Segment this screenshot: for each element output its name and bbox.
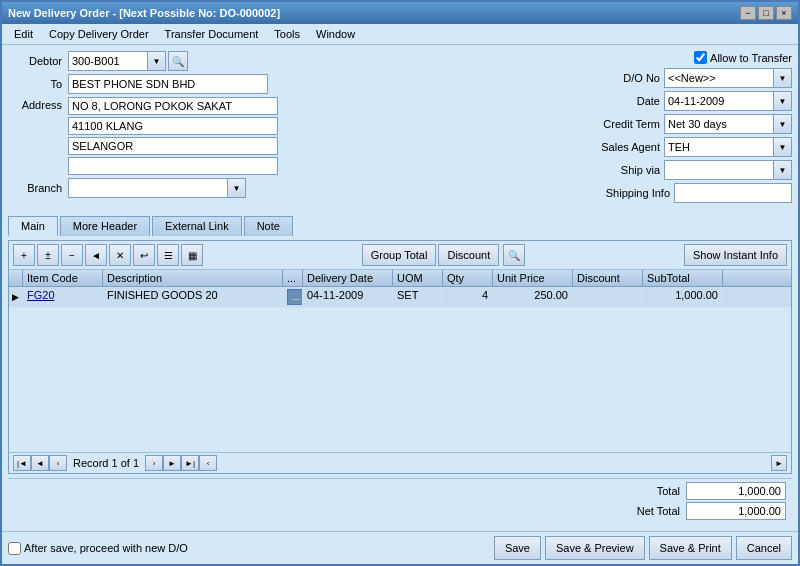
to-label: To	[8, 78, 68, 90]
cancel-button[interactable]: Cancel	[736, 536, 792, 560]
shipping-info-input[interactable]	[674, 183, 792, 203]
row-detail-button[interactable]: ...	[287, 289, 303, 305]
allow-transfer-checkbox[interactable]	[694, 51, 707, 64]
col-unit-price: Unit Price	[493, 270, 573, 286]
nav-bar: |◄ ◄ ‹ Record 1 of 1 › ► ►| ‹ ►	[9, 452, 791, 473]
menu-window[interactable]: Window	[308, 26, 363, 42]
title-bar: New Delivery Order - [Next Possible No: …	[2, 2, 798, 24]
sales-agent-label: Sales Agent	[584, 141, 664, 153]
record-text: Record 1 of 1	[67, 457, 145, 469]
undo-button[interactable]: ↩	[133, 244, 155, 266]
address-label: Address	[8, 97, 68, 111]
net-total-label: Net Total	[616, 505, 686, 517]
nav-first-button[interactable]: |◄	[13, 455, 31, 471]
after-save-checkbox[interactable]	[8, 542, 21, 555]
address-line2[interactable]	[68, 117, 278, 135]
date-label: Date	[584, 95, 664, 107]
branch-input[interactable]	[68, 178, 228, 198]
menu-transfer-document[interactable]: Transfer Document	[157, 26, 267, 42]
row-item-code[interactable]: FG20	[23, 287, 103, 307]
credit-term-input[interactable]	[664, 114, 774, 134]
net-total-value: 1,000.00	[686, 502, 786, 520]
scroll-right-button[interactable]: ►	[771, 455, 787, 471]
debtor-search-button[interactable]: 🔍	[168, 51, 188, 71]
sales-agent-dropdown[interactable]: ▼	[774, 137, 792, 157]
group-total-button[interactable]: Group Total	[362, 244, 437, 266]
row-unit-price[interactable]: 250.00	[493, 287, 573, 307]
row-qty[interactable]: 4	[443, 287, 493, 307]
date-dropdown[interactable]: ▼	[774, 91, 792, 111]
row-subtotal: 1,000.00	[643, 287, 723, 307]
do-no-label: D/O No	[584, 72, 664, 84]
branch-dropdown[interactable]: ▼	[228, 178, 246, 198]
col-subtotal: SubTotal	[643, 270, 723, 286]
grid-header: Item Code Description ... Delivery Date …	[9, 270, 791, 287]
insert-row-button[interactable]: ±	[37, 244, 59, 266]
nav-prev-button[interactable]: ◄	[31, 455, 49, 471]
address-line1[interactable]	[68, 97, 278, 115]
sales-agent-input[interactable]	[664, 137, 774, 157]
close-button[interactable]: ×	[776, 6, 792, 20]
window-title: New Delivery Order - [Next Possible No: …	[8, 7, 280, 19]
do-no-input[interactable]	[664, 68, 774, 88]
row-arrow: ▶	[9, 287, 23, 307]
discount-button[interactable]: Discount	[438, 244, 499, 266]
nav-next2-button[interactable]: ›	[145, 455, 163, 471]
totals-section: Total 1,000.00 Net Total 1,000.00	[8, 478, 792, 525]
save-button[interactable]: Save	[494, 536, 541, 560]
tab-more-header[interactable]: More Header	[60, 216, 150, 236]
menu-bar: Edit Copy Delivery Order Transfer Docume…	[2, 24, 798, 45]
tab-external-link[interactable]: External Link	[152, 216, 242, 236]
total-value: 1,000.00	[686, 482, 786, 500]
total-label: Total	[616, 485, 686, 497]
grid-container: Item Code Description ... Delivery Date …	[9, 270, 791, 452]
clear-button[interactable]: ✕	[109, 244, 131, 266]
date-input[interactable]	[664, 91, 774, 111]
row-uom[interactable]: SET	[393, 287, 443, 307]
nav-prev2-button[interactable]: ‹	[49, 455, 67, 471]
bottom-bar: After save, proceed with new D/O Save Sa…	[2, 531, 798, 564]
row-delivery-date[interactable]: 04-11-2009	[303, 287, 393, 307]
nav-next-button[interactable]: ►	[163, 455, 181, 471]
nav-last-button[interactable]: ►|	[181, 455, 199, 471]
row-discount[interactable]	[573, 287, 643, 307]
row-description[interactable]: FINISHED GOODS 20	[103, 287, 283, 307]
maximize-button[interactable]: □	[758, 6, 774, 20]
do-no-dropdown[interactable]: ▼	[774, 68, 792, 88]
debtor-label: Debtor	[8, 55, 68, 67]
col-arrow	[9, 270, 23, 286]
show-instant-info-button[interactable]: Show Instant Info	[684, 244, 787, 266]
col-uom: UOM	[393, 270, 443, 286]
col-discount: Discount	[573, 270, 643, 286]
after-save-checkbox-label[interactable]: After save, proceed with new D/O	[8, 542, 188, 555]
minimize-button[interactable]: −	[740, 6, 756, 20]
ship-via-dropdown[interactable]: ▼	[774, 160, 792, 180]
shipping-info-label: Shipping Info	[594, 187, 674, 199]
add-row-button[interactable]: +	[13, 244, 35, 266]
ship-via-input[interactable]	[664, 160, 774, 180]
delete-row-button[interactable]: −	[61, 244, 83, 266]
allow-transfer-label: Allow to Transfer	[710, 52, 792, 64]
debtor-input[interactable]	[68, 51, 148, 71]
tab-main[interactable]: Main	[8, 216, 58, 236]
list-button[interactable]: ☰	[157, 244, 179, 266]
tab-content: + ± − ◄ ✕ ↩ ☰ ▦ Group Total Discount 🔍 S…	[8, 240, 792, 474]
grid-button[interactable]: ▦	[181, 244, 203, 266]
navigate-button[interactable]: ◄	[85, 244, 107, 266]
table-row[interactable]: ▶ FG20 FINISHED GOODS 20 ... 04-11-2009 …	[9, 287, 791, 308]
address-line3[interactable]	[68, 137, 278, 155]
grid-toolbar: + ± − ◄ ✕ ↩ ☰ ▦ Group Total Discount 🔍 S…	[9, 241, 791, 270]
address-line4[interactable]	[68, 157, 278, 175]
save-preview-button[interactable]: Save & Preview	[545, 536, 645, 560]
tab-note[interactable]: Note	[244, 216, 293, 236]
menu-copy-delivery[interactable]: Copy Delivery Order	[41, 26, 157, 42]
save-print-button[interactable]: Save & Print	[649, 536, 732, 560]
credit-term-dropdown[interactable]: ▼	[774, 114, 792, 134]
menu-tools[interactable]: Tools	[266, 26, 308, 42]
to-input[interactable]	[68, 74, 268, 94]
row-dots[interactable]: ...	[283, 287, 303, 307]
menu-edit[interactable]: Edit	[6, 26, 41, 42]
nav-new-button[interactable]: ‹	[199, 455, 217, 471]
grid-search-button[interactable]: 🔍	[503, 244, 525, 266]
debtor-dropdown[interactable]: ▼	[148, 51, 166, 71]
